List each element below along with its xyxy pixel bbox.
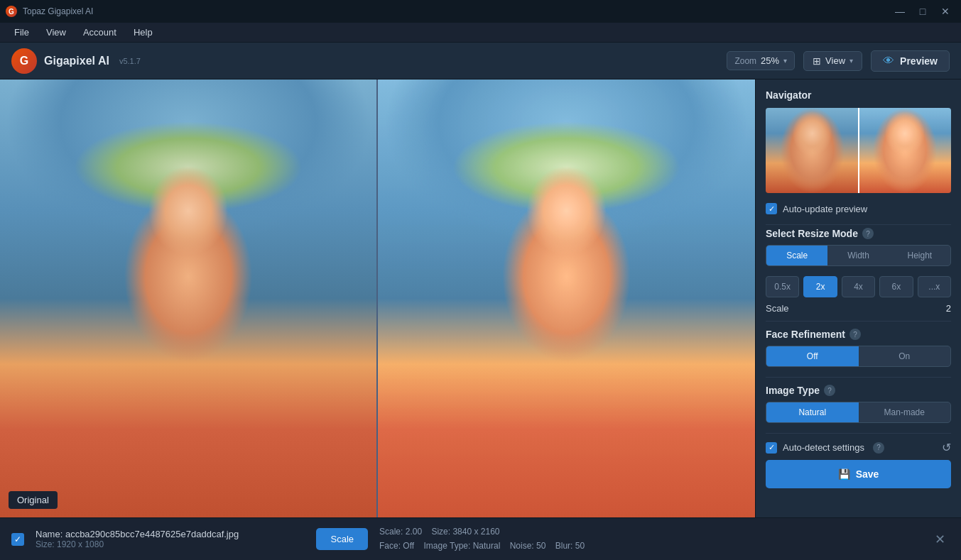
original-label: Original	[9, 491, 58, 509]
zoom-arrow-icon: ▾	[783, 57, 787, 65]
scale-label: Scale	[766, 303, 789, 314]
processed-panel	[378, 79, 756, 517]
face-refinement-title: Face Refinement	[766, 329, 845, 340]
window-controls: — □ ✕	[890, 1, 955, 21]
close-file-button[interactable]: ✕	[930, 529, 950, 549]
maximize-button[interactable]: □	[913, 1, 933, 21]
output-info: Scale: 2.00 Size: 3840 x 2160 Face: Off …	[379, 525, 918, 552]
navigator-divider	[858, 108, 859, 193]
divider-2	[766, 321, 951, 322]
resize-mode-title: Select Resize Mode	[766, 228, 858, 239]
output-scale: Scale: 2.00	[379, 527, 422, 537]
navigator-thumbnail[interactable]	[766, 108, 951, 193]
image-natural-button[interactable]: Natural	[766, 402, 859, 422]
original-panel: Original	[0, 79, 378, 517]
preview-icon: 👁	[883, 55, 894, 67]
resize-height-button[interactable]: Height	[889, 246, 950, 265]
scale-value: 2	[946, 303, 951, 314]
app-logo: G Gigapixel AI v5.1.7	[11, 48, 141, 74]
processed-image	[378, 79, 756, 517]
scale-row: Scale 2	[766, 303, 951, 314]
scale-6x-button[interactable]: 6x	[879, 276, 913, 297]
navigator-original	[766, 108, 859, 193]
scale-buttons: 0.5x 2x 4x 6x ...x	[766, 276, 951, 297]
app-version: v5.1.7	[119, 57, 141, 65]
logo-icon: G	[11, 48, 37, 74]
face-on-button[interactable]: On	[859, 346, 951, 366]
face-off-button[interactable]: Off	[766, 346, 859, 366]
close-button[interactable]: ✕	[935, 1, 955, 21]
bottom-file-checkbox[interactable]	[11, 533, 24, 546]
zoom-label: Zoom	[734, 56, 756, 66]
file-menu[interactable]: File	[6, 24, 38, 40]
file-info: Name: accba290c85bcc7e4487625e7daddcaf.j…	[36, 529, 305, 549]
divider-4	[766, 433, 951, 434]
bottom-bar: Name: accba290c85bcc7e4487625e7daddcaf.j…	[0, 517, 961, 560]
account-menu[interactable]: Account	[75, 24, 125, 40]
zoom-value: 25%	[761, 55, 779, 66]
title-bar-left: G Topaz Gigapixel AI	[6, 6, 93, 17]
app-name: Gigapixel AI	[44, 55, 109, 67]
navigator-processed	[859, 108, 952, 193]
preview-label: Preview	[900, 55, 938, 67]
navigator-title: Navigator	[766, 89, 951, 101]
save-icon: 💾	[838, 468, 850, 480]
auto-update-row: Auto-update preview	[766, 203, 951, 214]
view-button[interactable]: ⊞ View ▾	[803, 51, 862, 71]
divider-1	[766, 224, 951, 225]
auto-update-label: Auto-update preview	[783, 204, 867, 214]
auto-detect-row: Auto-detect settings ? ↺	[766, 441, 951, 454]
save-button[interactable]: 💾 Save	[766, 460, 951, 488]
output-size: Size: 3840 x 2160	[431, 527, 499, 537]
scale-action-button[interactable]: Scale	[316, 528, 368, 550]
face-refinement-group: Off On	[766, 346, 951, 367]
zoom-control[interactable]: Zoom 25% ▾	[727, 51, 795, 70]
image-type-section: Image Type ? Natural Man-made	[766, 385, 951, 423]
app-icon: G	[6, 6, 17, 17]
auto-detect-checkbox[interactable]	[766, 442, 777, 454]
image-type-group: Natural Man-made	[766, 402, 951, 423]
scale-05x-button[interactable]: 0.5x	[766, 276, 799, 297]
right-panel: Navigator Auto-update preview Select Res…	[755, 79, 961, 517]
header-controls: Zoom 25% ▾ ⊞ View ▾ 👁 Preview	[727, 50, 950, 72]
resize-mode-section: Select Resize Mode ? Scale Width Height	[766, 228, 951, 266]
auto-detect-label: Auto-detect settings	[783, 442, 864, 453]
divider-3	[766, 377, 951, 378]
app-header: G Gigapixel AI v5.1.7 Zoom 25% ▾ ⊞ View …	[0, 43, 961, 79]
auto-update-checkbox[interactable]	[766, 203, 777, 214]
scale-4x-button[interactable]: 4x	[842, 276, 875, 297]
face-refinement-section: Face Refinement ? Off On	[766, 329, 951, 367]
image-manmade-button[interactable]: Man-made	[859, 402, 951, 422]
navigator-section: Navigator	[766, 89, 951, 193]
file-dimensions: Size: 1920 x 1080	[36, 539, 305, 549]
help-menu[interactable]: Help	[125, 24, 161, 40]
output-noise: Noise: 50	[510, 541, 546, 551]
preview-button[interactable]: 👁 Preview	[871, 50, 950, 72]
view-label: View	[825, 55, 845, 66]
resize-mode-group: Scale Width Height	[766, 245, 951, 266]
output-blur: Blur: 50	[555, 541, 585, 551]
minimize-button[interactable]: —	[890, 1, 910, 21]
resize-width-button[interactable]: Width	[827, 246, 889, 265]
image-type-help-icon[interactable]: ?	[824, 385, 835, 396]
scale-custom-button[interactable]: ...x	[918, 276, 951, 297]
original-image	[0, 79, 376, 517]
scale-2x-button[interactable]: 2x	[803, 276, 837, 297]
view-icon: ⊞	[813, 55, 821, 67]
view-menu[interactable]: View	[38, 24, 75, 40]
main-layout: Original Navigator Auto-update preview	[0, 79, 961, 517]
auto-detect-help-icon[interactable]: ?	[873, 442, 884, 454]
resize-mode-header: Select Resize Mode ?	[766, 228, 951, 239]
face-refinement-help-icon[interactable]: ?	[849, 329, 861, 340]
output-face: Face: Off	[379, 541, 414, 551]
resize-scale-button[interactable]: Scale	[766, 246, 827, 265]
resize-mode-help-icon[interactable]: ?	[862, 228, 874, 239]
save-label: Save	[856, 468, 879, 480]
window-title: Topaz Gigapixel AI	[23, 6, 93, 16]
menu-bar: File View Account Help	[0, 23, 961, 43]
title-bar: G Topaz Gigapixel AI — □ ✕	[0, 0, 961, 23]
image-viewer[interactable]: Original	[0, 79, 755, 517]
image-type-title: Image Type	[766, 385, 820, 396]
file-name: Name: accba290c85bcc7e4487625e7daddcaf.j…	[36, 529, 305, 539]
refresh-icon[interactable]: ↺	[942, 441, 951, 454]
